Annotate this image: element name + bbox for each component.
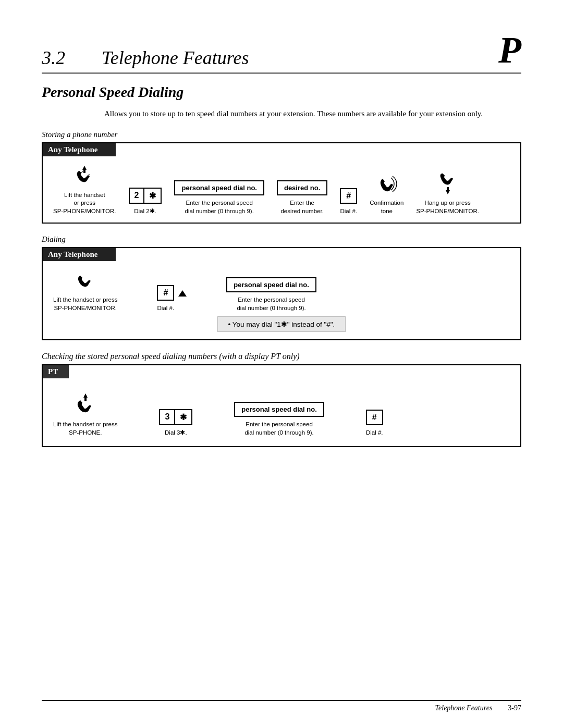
personal-speed-dial-label: personal speed dial no. <box>174 180 264 195</box>
checking-step-hash: # Dial #. <box>366 410 383 437</box>
checking-lift-caption: Lift the handset or pressSP-PHONE. <box>53 421 117 437</box>
svg-marker-1 <box>446 187 450 194</box>
dialing-hash-caption: Dial #. <box>157 304 175 313</box>
footer-page-number: 3-97 <box>508 704 521 712</box>
desired-no-caption: Enter thedesired number. <box>280 199 323 215</box>
checking-box-title: PT <box>43 365 69 378</box>
step-lift-caption: Lift the handsetor pressSP-PHONE/MONITOR… <box>53 191 116 216</box>
header-title: Telephone Features <box>102 47 498 69</box>
header-letter: P <box>498 31 521 69</box>
confirmation-caption: Confirmationtone <box>370 199 403 215</box>
dialing-step-personal: personal speed dial no. Enter the person… <box>226 277 316 312</box>
section-number: 3.2 <box>42 47 91 69</box>
dialing-note-row: • You may dial "1✱" instead of "#". <box>53 316 510 332</box>
confirmation-tone-icon <box>375 172 398 195</box>
svg-marker-2 <box>178 290 187 297</box>
storing-box: Any Telephone <box>42 142 521 224</box>
svg-marker-0 <box>82 166 87 173</box>
checking-step-lift: Lift the handset or pressSP-PHONE. <box>53 392 117 437</box>
handset-icon <box>73 165 96 188</box>
footer-text: Telephone Features <box>435 704 493 712</box>
step-confirmation: Confirmationtone <box>370 172 403 215</box>
hangup-caption: Hang up or pressSP-PHONE/MONITOR. <box>416 199 479 215</box>
dialing-step-hash: # Dial #. <box>157 285 174 313</box>
dialing-key-hash: # <box>157 285 174 301</box>
dialing-step-lift: Lift the handset or pressSP-PHONE/MONITO… <box>53 269 117 312</box>
step-hash: # Dial #. <box>340 188 357 216</box>
dialing-personal-speed-label: personal speed dial no. <box>226 277 316 292</box>
triangle-arrow <box>178 290 187 297</box>
dialing-personal-caption: Enter the personal speeddial number (0 t… <box>237 296 305 312</box>
dialing-lift-caption: Lift the handset or pressSP-PHONE/MONITO… <box>53 296 117 312</box>
dialing-box: Any Telephone Lift the handset or pressS… <box>42 247 521 340</box>
desired-no-label: desired no. <box>277 180 327 195</box>
description-text: Allows you to store up to ten speed dial… <box>104 108 521 120</box>
checking-step-3star: 3 ✱ Dial 3✱. <box>159 409 192 437</box>
storing-box-title: Any Telephone <box>43 143 116 156</box>
step-hangup: Hang up or pressSP-PHONE/MONITOR. <box>416 172 479 215</box>
checking-personal-label: personal speed dial no. <box>234 402 324 417</box>
checking-title: Checking the stored personal speed diali… <box>42 352 521 361</box>
key-3star: 3 ✱ <box>159 409 192 425</box>
page-header: 3.2 Telephone Features P <box>42 31 521 73</box>
svg-marker-3 <box>83 393 88 401</box>
page-footer: Telephone Features 3-97 <box>42 700 521 712</box>
storing-label: Storing a phone number <box>42 130 521 139</box>
checking-key-hash: # <box>366 410 383 425</box>
checking-personal-caption: Enter the personal speeddial number (0 t… <box>244 421 313 437</box>
checking-steps-row: Lift the handset or pressSP-PHONE. 3 ✱ D… <box>53 387 510 439</box>
checking-hash-caption: Dial #. <box>366 429 383 437</box>
dialing-label: Dialing <box>42 235 521 244</box>
checking-handset-icon <box>73 392 98 417</box>
step-dial2star: 2 ✱ Dial 2✱. <box>129 188 162 216</box>
dialing-box-title: Any Telephone <box>43 248 116 261</box>
dialing-note: • You may dial "1✱" instead of "#". <box>217 316 346 332</box>
dialing-handset-icon <box>74 269 97 292</box>
dial2star-caption: Dial 2✱. <box>134 207 156 216</box>
key-hash: # <box>340 188 357 204</box>
checking-3star-caption: Dial 3✱. <box>165 429 187 437</box>
page-title: Personal Speed Dialing <box>42 84 521 101</box>
checking-step-personal: personal speed dial no. Enter the person… <box>234 402 324 437</box>
step-personal-no: personal speed dial no. Enter the person… <box>174 180 264 215</box>
step-lift-handset: Lift the handsetor pressSP-PHONE/MONITOR… <box>53 165 116 216</box>
personal-no-caption: Enter the personal speeddial number (0 t… <box>185 199 254 215</box>
hangup-icon <box>436 172 459 195</box>
checking-box: PT Lift the handset or pressSP-PHONE. <box>42 364 521 447</box>
hash-caption: Dial #. <box>340 207 357 216</box>
key-2star: 2 ✱ <box>129 188 162 204</box>
step-desired-no: desired no. Enter thedesired number. <box>277 180 327 215</box>
